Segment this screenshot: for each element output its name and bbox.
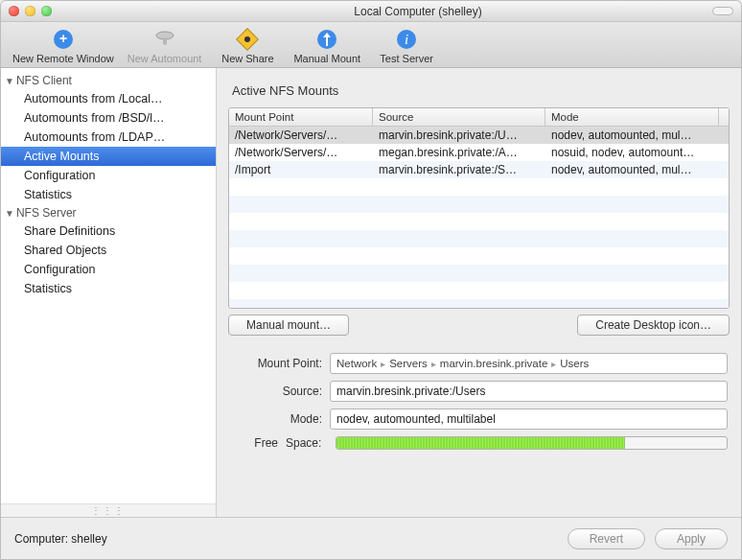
table-row [229, 299, 729, 308]
path-segment[interactable]: Network [336, 358, 377, 369]
apply-button[interactable]: Apply [655, 528, 728, 549]
traffic-lights [9, 6, 124, 16]
mode-label: Mode: [230, 412, 322, 426]
revert-button[interactable]: Revert [568, 528, 645, 549]
table-row [229, 247, 729, 265]
toolbar: + New Remote Window New Automount New Sh… [1, 22, 741, 68]
table-row[interactable]: /Import marvin.bresink.private:/S… nodev… [229, 161, 729, 178]
toolbar-item-label: New Automount [128, 53, 202, 64]
cell-mount: /Network/Servers/… [229, 146, 373, 159]
window-title: Local Computer (shelley) [124, 5, 712, 18]
source-label: Source: [230, 385, 322, 398]
toolbar-item-label: Test Server [380, 53, 433, 64]
sidebar-item-server-statistics[interactable]: Statistics [1, 279, 216, 298]
sidebar-item-server-configuration[interactable]: Configuration [1, 260, 216, 279]
path-segment[interactable]: Users [560, 358, 589, 369]
path-segment[interactable]: Servers [389, 358, 428, 369]
column-header-mount-point[interactable]: Mount Point [229, 108, 373, 126]
disclosure-triangle-icon[interactable]: ▼ [5, 76, 14, 86]
source-field[interactable] [330, 381, 728, 402]
toolbar-item-label: New Share [221, 53, 273, 64]
free-label: Free [230, 436, 278, 450]
info-icon: i [395, 28, 418, 51]
test-server-button[interactable]: i Test Server [368, 22, 445, 68]
table-body[interactable]: /Network/Servers/… marvin.bresink.privat… [229, 127, 729, 308]
globe-plus-icon: + [52, 28, 75, 51]
create-desktop-icon-button[interactable]: Create Desktop icon… [577, 315, 730, 336]
sidebar: ▼ NFS Client Automounts from /Local… Aut… [1, 68, 217, 517]
new-automount-button[interactable]: New Automount [122, 22, 208, 68]
sidebar-group-label: NFS Server [16, 206, 77, 220]
path-separator-icon: ▸ [431, 359, 436, 369]
table-row [229, 265, 729, 282]
manual-mount-button[interactable]: Manual Mount [288, 22, 366, 68]
new-share-button[interactable]: New Share [209, 22, 286, 68]
cell-mode: nodev, automounted, mul… [545, 128, 729, 142]
sidebar-tree: ▼ NFS Client Automounts from /Local… Aut… [1, 68, 216, 503]
manual-mount-dialog-button[interactable]: Manual mount… [228, 315, 349, 336]
cell-source: marvin.bresink.private:/S… [373, 163, 545, 176]
cell-mount: /Import [229, 163, 373, 176]
sidebar-item-automounts-local[interactable]: Automounts from /Local… [1, 89, 216, 108]
sidebar-group-nfs-server[interactable]: ▼ NFS Server [1, 204, 216, 222]
cell-mount: /Network/Servers/… [229, 128, 373, 142]
mount-point-label: Mount Point: [230, 357, 322, 370]
toolbar-item-label: New Remote Window [12, 53, 114, 64]
table-row [229, 196, 729, 213]
disclosure-triangle-icon[interactable]: ▼ [5, 208, 14, 219]
sidebar-item-client-statistics[interactable]: Statistics [1, 185, 216, 204]
cell-source: marvin.bresink.private:/U… [373, 128, 545, 142]
table-button-row: Manual mount… Create Desktop icon… [228, 315, 730, 336]
section-title: Active NFS Mounts [232, 83, 730, 98]
cell-source: megan.bresink.private:/A… [373, 146, 545, 159]
sidebar-item-automounts-ldap[interactable]: Automounts from /LDAP… [1, 128, 216, 147]
arrows-icon [315, 28, 338, 51]
cell-mode: nodev, automounted, mul… [545, 163, 729, 176]
zoom-icon[interactable] [41, 6, 52, 16]
path-separator-icon: ▸ [381, 359, 385, 369]
svg-point-6 [244, 36, 250, 42]
disk-icon [153, 28, 176, 51]
toolbar-pill-icon[interactable] [712, 7, 733, 15]
main-panel: Active NFS Mounts Mount Point Source Mod… [217, 68, 741, 517]
free-space-bar [336, 436, 728, 450]
close-icon[interactable] [9, 6, 19, 16]
svg-text:+: + [59, 31, 67, 46]
diamond-icon [236, 28, 259, 51]
titlebar: Local Computer (shelley) [1, 1, 741, 22]
path-separator-icon: ▸ [551, 359, 556, 369]
table-row [229, 230, 729, 247]
table-row[interactable]: /Network/Servers/… marvin.bresink.privat… [229, 127, 729, 144]
sidebar-group-label: NFS Client [16, 74, 72, 87]
sidebar-item-share-definitions[interactable]: Share Definitions [1, 222, 216, 241]
sidebar-item-client-configuration[interactable]: Configuration [1, 166, 216, 185]
column-header-source[interactable]: Source [373, 108, 545, 126]
mount-point-pathbar[interactable]: Network ▸ Servers ▸ marvin.bresink.priva… [330, 353, 728, 374]
details-section: Mount Point: Network ▸ Servers ▸ marvin.… [228, 353, 730, 450]
sidebar-item-active-mounts[interactable]: Active Mounts [1, 147, 216, 166]
svg-rect-4 [163, 37, 167, 45]
sidebar-resize-handle[interactable]: ⋮⋮⋮ [1, 503, 216, 517]
path-segment[interactable]: marvin.bresink.private [440, 358, 547, 369]
sidebar-group-nfs-client[interactable]: ▼ NFS Client [1, 72, 216, 89]
mode-field[interactable] [330, 408, 728, 430]
body: ▼ NFS Client Automounts from /Local… Aut… [1, 68, 741, 517]
table-row [229, 282, 729, 299]
new-remote-window-button[interactable]: + New Remote Window [7, 22, 120, 68]
minimize-icon[interactable] [25, 6, 35, 16]
sidebar-item-automounts-bsd[interactable]: Automounts from /BSD/l… [1, 108, 216, 128]
computer-label: Computer: shelley [14, 532, 107, 546]
window: Local Computer (shelley) + New Remote Wi… [0, 0, 742, 560]
table-row[interactable]: /Network/Servers/… megan.bresink.private… [229, 144, 729, 161]
table-row [229, 213, 729, 230]
toolbar-item-label: Manual Mount [293, 53, 360, 64]
table-header: Mount Point Source Mode [229, 108, 729, 127]
svg-text:i: i [405, 32, 408, 47]
table-row [229, 178, 729, 196]
footer-buttons: Revert Apply [568, 528, 728, 549]
column-header-mode[interactable]: Mode [545, 108, 719, 126]
space-label: Space: [286, 436, 328, 450]
sidebar-item-shared-objects[interactable]: Shared Objects [1, 241, 216, 260]
header-end-cap [719, 108, 729, 126]
mounts-table: Mount Point Source Mode /Network/Servers… [228, 107, 730, 309]
